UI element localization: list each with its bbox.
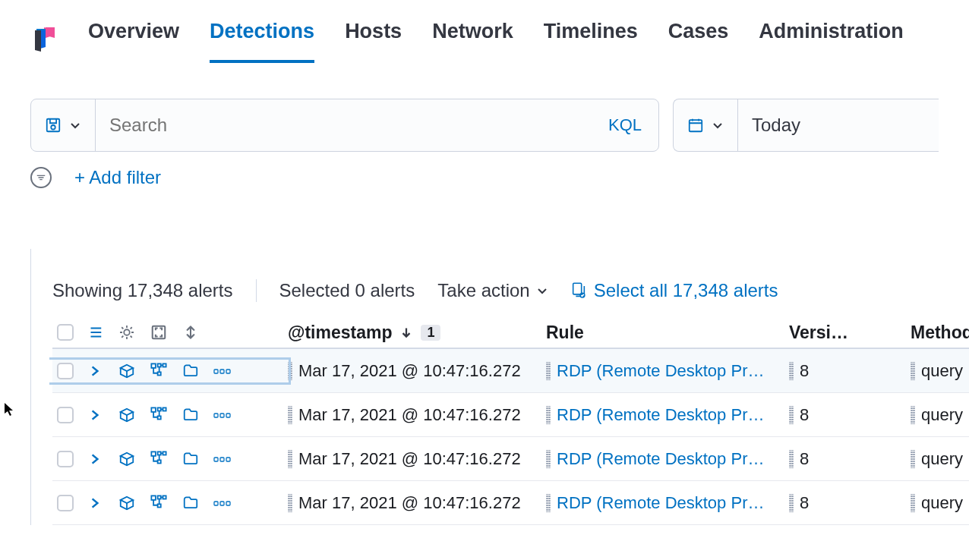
view-details-button[interactable]: [116, 492, 137, 514]
analyze-event-button[interactable]: [148, 360, 169, 382]
expand-row-button[interactable]: [84, 492, 106, 514]
svg-rect-31: [158, 504, 161, 507]
drag-handle-icon[interactable]: [546, 362, 551, 380]
rule-link[interactable]: RDP (Remote Desktop Pro…: [557, 361, 765, 381]
fullscreen-icon: [150, 324, 167, 341]
svg-rect-17: [158, 416, 161, 419]
chevron-right-icon: [88, 364, 102, 378]
timestamp-value: Mar 17, 2021 @ 10:47:16.272: [298, 493, 521, 513]
nav-tab-detections[interactable]: Detections: [210, 20, 314, 63]
drag-handle-icon[interactable]: [789, 406, 794, 424]
nav-tab-hosts[interactable]: Hosts: [345, 20, 402, 63]
nav-tab-cases[interactable]: Cases: [668, 20, 729, 63]
version-value: 8: [800, 449, 809, 469]
view-details-button-svg: [118, 495, 135, 511]
select-all-checkbox[interactable]: [57, 324, 74, 341]
save-icon: [45, 117, 62, 134]
drag-handle-icon[interactable]: [288, 406, 292, 424]
more-actions-button[interactable]: [212, 448, 233, 470]
rule-link[interactable]: RDP (Remote Desktop Pro…: [557, 449, 765, 469]
table-summary: Showing 17,348 alerts Selected 0 alerts …: [52, 279, 969, 317]
search-input[interactable]: [96, 115, 592, 136]
row-checkbox[interactable]: [57, 495, 74, 511]
field-browser-button[interactable]: [116, 322, 137, 343]
more-icon: [213, 499, 232, 507]
drag-handle-icon[interactable]: [546, 406, 551, 424]
event-rendered-view-button[interactable]: [84, 322, 106, 343]
drag-handle-icon[interactable]: [789, 362, 794, 380]
open-session-button[interactable]: [180, 360, 201, 382]
open-session-button[interactable]: [180, 448, 201, 470]
select-all-button[interactable]: Select all 17,348 alerts: [571, 280, 778, 301]
svg-rect-13: [226, 370, 230, 373]
calendar-icon: [687, 117, 704, 134]
view-details-button[interactable]: [116, 448, 137, 470]
svg-rect-27: [226, 458, 230, 461]
drag-handle-icon[interactable]: [911, 450, 915, 468]
nav-tab-overview[interactable]: Overview: [88, 20, 179, 63]
chevron-down-icon: [536, 285, 548, 297]
view-details-button[interactable]: [116, 404, 137, 426]
sort-fields-button[interactable]: [180, 322, 201, 343]
row-checkbox[interactable]: [57, 363, 74, 379]
svg-rect-9: [163, 363, 166, 367]
query-language-button[interactable]: KQL: [592, 115, 658, 135]
date-picker[interactable]: Today: [673, 99, 939, 152]
svg-rect-23: [163, 451, 166, 455]
svg-point-5: [124, 329, 130, 335]
row-checkbox[interactable]: [57, 451, 74, 467]
analyze-event-button[interactable]: [148, 448, 169, 470]
analyze-event-button[interactable]: [148, 404, 169, 426]
analyze-event-button[interactable]: [148, 492, 169, 514]
drag-handle-icon[interactable]: [288, 362, 292, 380]
svg-rect-32: [214, 502, 218, 505]
col-timestamp[interactable]: @timestamp 1: [288, 322, 546, 343]
date-quick-button[interactable]: [674, 99, 738, 151]
saved-query-button[interactable]: [31, 99, 96, 151]
more-actions-button[interactable]: [212, 492, 233, 514]
table-row: Mar 17, 2021 @ 10:47:16.272 RDP (Remote …: [52, 393, 969, 437]
drag-handle-icon[interactable]: [789, 494, 794, 512]
svg-rect-10: [158, 372, 161, 375]
nav-tab-network[interactable]: Network: [432, 20, 513, 63]
method-value: query: [921, 361, 963, 381]
chevron-right-icon: [88, 408, 102, 422]
filter-options-button[interactable]: [30, 167, 52, 188]
more-actions-button[interactable]: [212, 404, 233, 426]
nav-tab-administration[interactable]: Administration: [759, 20, 904, 63]
col-rule[interactable]: Rule: [546, 322, 789, 343]
nav-tab-timelines[interactable]: Timelines: [544, 20, 638, 63]
svg-rect-22: [158, 451, 161, 455]
open-session-button[interactable]: [180, 492, 201, 514]
rule-link[interactable]: RDP (Remote Desktop Pro…: [557, 493, 765, 513]
drag-handle-icon[interactable]: [911, 362, 915, 380]
svg-rect-11: [214, 370, 218, 373]
col-method[interactable]: Method: [911, 322, 969, 343]
open-session-button[interactable]: [180, 404, 201, 426]
cell-timestamp: Mar 17, 2021 @ 10:47:16.272: [288, 449, 546, 469]
take-action-button[interactable]: Take action: [437, 280, 548, 301]
analyze-event-button-svg: [150, 451, 167, 467]
view-details-button[interactable]: [116, 360, 137, 382]
drag-handle-icon[interactable]: [288, 494, 292, 512]
arrow-down-icon: [399, 326, 413, 339]
cell-method: query: [911, 405, 969, 425]
fullscreen-button[interactable]: [148, 322, 169, 343]
add-filter-button[interactable]: + Add filter: [74, 167, 161, 188]
row-checkbox[interactable]: [57, 407, 74, 423]
expand-row-button[interactable]: [84, 360, 106, 382]
rule-link[interactable]: RDP (Remote Desktop Pro…: [557, 405, 765, 425]
col-version[interactable]: Versi…: [789, 322, 911, 343]
drag-handle-icon[interactable]: [546, 450, 551, 468]
svg-rect-29: [158, 496, 161, 499]
more-actions-button[interactable]: [212, 360, 233, 382]
drag-handle-icon[interactable]: [911, 406, 915, 424]
cell-version: 8: [789, 493, 911, 513]
table-row: Mar 17, 2021 @ 10:47:16.272 RDP (Remote …: [52, 481, 969, 525]
expand-row-button[interactable]: [84, 448, 106, 470]
drag-handle-icon[interactable]: [911, 494, 915, 512]
expand-row-button[interactable]: [84, 404, 106, 426]
drag-handle-icon[interactable]: [546, 494, 551, 512]
drag-handle-icon[interactable]: [789, 450, 794, 468]
drag-handle-icon[interactable]: [288, 450, 292, 468]
